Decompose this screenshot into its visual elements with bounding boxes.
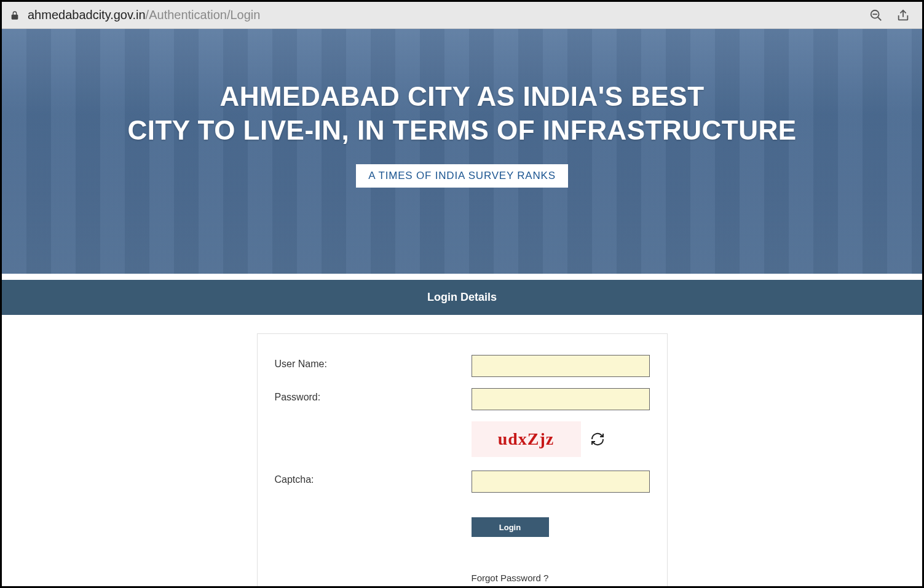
lock-icon	[9, 10, 20, 21]
captcha-input[interactable]	[472, 471, 650, 493]
hero-title-line1: AHMEDABAD CITY AS INDIA'S BEST	[127, 79, 796, 113]
hero-banner: AHMEDABAD CITY AS INDIA'S BEST CITY TO L…	[2, 29, 922, 274]
password-input[interactable]	[472, 388, 650, 410]
browser-address-bar: ahmedabadcity.gov.in/Authentication/Logi…	[2, 2, 922, 29]
hero-title: AHMEDABAD CITY AS INDIA'S BEST CITY TO L…	[127, 79, 796, 147]
username-input[interactable]	[472, 355, 650, 377]
forgot-username-link[interactable]: Forgot Username ?	[472, 586, 650, 589]
username-label: User Name:	[275, 355, 472, 370]
hero-title-line2: CITY TO LIVE-IN, IN TERMS OF INFRASTRUCT…	[127, 113, 796, 147]
hero-badge: A TIMES OF INDIA SURVEY RANKS	[356, 164, 568, 188]
zoom-out-icon[interactable]	[869, 9, 883, 22]
url-text[interactable]: ahmedabadcity.gov.in/Authentication/Logi…	[28, 8, 869, 22]
login-form-area: User Name: Password: udxZjz Captcha: Log…	[2, 315, 922, 588]
share-icon[interactable]	[896, 9, 910, 22]
login-links: Forgot Password ? Forgot Username ? New …	[472, 571, 650, 588]
login-form-card: User Name: Password: udxZjz Captcha: Log…	[257, 333, 668, 588]
url-domain: ahmedabadcity.gov.in	[28, 8, 146, 22]
browser-actions	[869, 9, 915, 22]
divider	[2, 274, 922, 280]
svg-line-1	[878, 17, 882, 20]
login-header: Login Details	[2, 280, 922, 315]
captcha-label: Captcha:	[275, 471, 472, 485]
forgot-password-link[interactable]: Forgot Password ?	[472, 571, 650, 586]
captcha-image: udxZjz	[472, 421, 581, 457]
url-path: /Authentication/Login	[146, 8, 261, 22]
login-button[interactable]: Login	[472, 517, 549, 537]
refresh-icon[interactable]	[590, 431, 606, 447]
password-label: Password:	[275, 388, 472, 403]
